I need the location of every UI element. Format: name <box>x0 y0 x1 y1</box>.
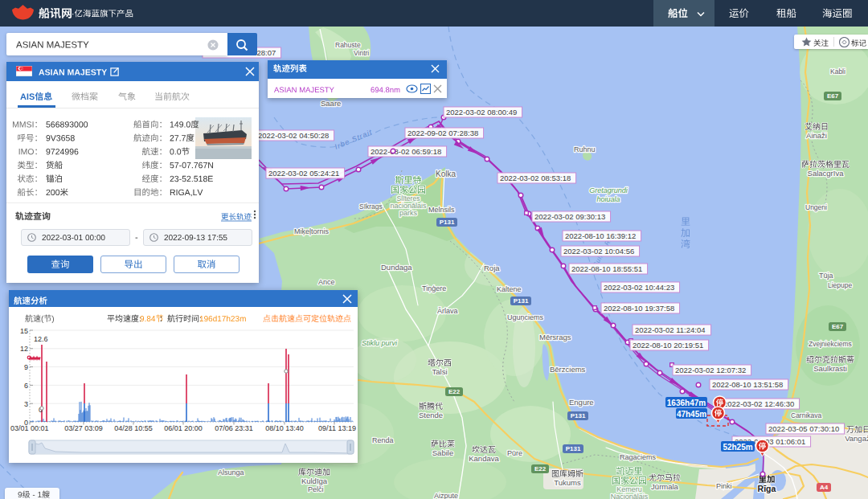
svg-text:Kaltene: Kaltene <box>497 285 522 293</box>
svg-text:Talsi: Talsi <box>432 367 447 376</box>
svg-text:Vangaži: Vangaži <box>845 434 868 443</box>
svg-text:Alsunga: Alsunga <box>218 468 244 477</box>
svg-text:2022-03-02 08:00:49: 2022-03-02 08:00:49 <box>446 108 517 117</box>
svg-text:Renda: Renda <box>372 436 394 444</box>
svg-text:2022-03-02 12:46:30: 2022-03-02 12:46:30 <box>723 399 794 408</box>
svg-text:Miķeļtornis: Miķeļtornis <box>294 227 330 235</box>
svg-text:Ruhnu: Ruhnu <box>574 145 596 153</box>
svg-text:06/01 20:00: 06/01 20:00 <box>164 424 203 432</box>
svg-text:Ungeni: Ungeni <box>805 203 827 211</box>
svg-text:2022-09-02 07:28:38: 2022-09-02 07:28:38 <box>407 129 478 137</box>
svg-text:Tiņģere: Tiņģere <box>422 284 446 292</box>
svg-text:12.6: 12.6 <box>34 335 48 343</box>
svg-text:P131: P131 <box>571 412 586 419</box>
svg-text:hoiuala: hoiuala <box>596 195 620 203</box>
svg-text:Jūrmala: Jūrmala <box>651 482 679 491</box>
svg-text:09/11 13:19: 09/11 13:19 <box>318 424 356 432</box>
svg-text:Dundaga: Dundaga <box>381 263 412 272</box>
svg-text:2022-08-10 18:55:51: 2022-08-10 18:55:51 <box>571 264 642 273</box>
svg-text:Salacgrīva: Salacgrīva <box>808 169 845 178</box>
svg-text:Ragaciems: Ragaciems <box>620 453 657 461</box>
svg-text:2022-03-02 12:07:32: 2022-03-02 12:07:32 <box>675 366 746 374</box>
svg-text:3: 3 <box>24 400 28 408</box>
svg-text:2022-03-02 10:04:56: 2022-03-02 10:04:56 <box>563 247 634 256</box>
svg-text:Mērsrags: Mērsrags <box>539 333 571 342</box>
svg-text:2022-08-10 13:51:58: 2022-08-10 13:51:58 <box>712 380 783 389</box>
svg-text:Ārlava: Ārlava <box>437 307 458 315</box>
svg-text:Saare: Saare <box>321 99 341 108</box>
svg-text:Stiklu purvi: Stiklu purvi <box>362 339 398 347</box>
svg-text:Kuldīga: Kuldīga <box>301 477 328 485</box>
svg-text:2022-08-02 06:59:18: 2022-08-02 06:59:18 <box>371 147 441 156</box>
svg-text:Ainaži: Ainaži <box>806 131 827 140</box>
svg-text:Pinki: Pinki <box>716 482 732 490</box>
svg-text:Nacionālais: Nacionālais <box>611 493 649 499</box>
svg-text:03/01 00:01: 03/01 00:01 <box>10 424 49 432</box>
svg-text:2022-08-10 19:37:58: 2022-08-10 19:37:58 <box>604 304 674 313</box>
svg-text:P131: P131 <box>440 219 455 226</box>
svg-text:Rīga: Rīga <box>758 484 776 493</box>
svg-text:P131: P131 <box>514 297 529 305</box>
svg-text:Kandava: Kandava <box>469 454 499 463</box>
svg-text:6: 6 <box>24 382 28 390</box>
svg-text:Zvejniekciems: Zvejniekciems <box>809 340 852 348</box>
svg-text:Tūja: Tūja <box>819 272 833 280</box>
svg-text:Aizpute: Aizpute <box>434 492 458 499</box>
svg-text:08/10 13:40: 08/10 13:40 <box>265 424 304 432</box>
svg-text:52h25m: 52h25m <box>723 443 752 452</box>
svg-text:47h45m: 47h45m <box>677 410 706 419</box>
svg-text:E22: E22 <box>448 388 461 395</box>
svg-text:Engure: Engure <box>569 398 594 407</box>
svg-text:2022-03-02 04:50:28: 2022-03-02 04:50:28 <box>258 131 329 140</box>
svg-text:12: 12 <box>20 345 28 353</box>
svg-text:A4: A4 <box>820 484 829 491</box>
svg-text:2022-03-02 09:30:13: 2022-03-02 09:30:13 <box>534 212 605 221</box>
svg-text:Bērzciems: Bērzciems <box>550 365 586 374</box>
svg-text:Kolka: Kolka <box>436 170 456 178</box>
svg-text:Melnsils: Melnsils <box>428 206 455 214</box>
svg-text:04/28 10:55: 04/28 10:55 <box>114 424 153 432</box>
svg-text:P131: P131 <box>566 445 581 452</box>
svg-text:2022-08-10 16:39:12: 2022-08-10 16:39:12 <box>565 231 636 240</box>
svg-text:15: 15 <box>20 327 28 335</box>
svg-text:07/06 23:31: 07/06 23:31 <box>215 424 253 432</box>
svg-text:Gretagrundi: Gretagrundi <box>589 186 628 194</box>
svg-text:Rahuste: Rahuste <box>335 41 361 49</box>
svg-text:Vintri: Vintri <box>354 49 369 57</box>
svg-text:Sīkrags: Sīkrags <box>359 202 383 211</box>
svg-text:Pelči: Pelči <box>308 485 324 493</box>
svg-text:2022-03-02 11:24:04: 2022-03-02 11:24:04 <box>635 325 706 334</box>
svg-text:1636h47m: 1636h47m <box>667 399 706 407</box>
svg-text:2022-03-05 07:30:10: 2022-03-05 07:30:10 <box>768 424 839 433</box>
svg-text:E67: E67 <box>827 92 839 100</box>
svg-text:Uguņciems: Uguņciems <box>507 313 544 321</box>
svg-text:Tukums: Tukums <box>554 478 581 487</box>
svg-text:Ance: Ance <box>318 278 335 286</box>
svg-text:2022-08-10 20:19:51: 2022-08-10 20:19:51 <box>633 341 703 350</box>
svg-text:E67: E67 <box>832 323 844 330</box>
svg-text:Carnikava: Carnikava <box>791 411 822 419</box>
svg-text:2022-03-02 05:24:21: 2022-03-02 05:24:21 <box>268 169 339 178</box>
svg-text:Pūre: Pūre <box>507 449 522 457</box>
svg-text:2022-03-02 08:53:18: 2022-03-02 08:53:18 <box>500 174 571 182</box>
svg-text:Stende: Stende <box>419 411 443 419</box>
svg-text:E22: E22 <box>534 465 547 472</box>
svg-text:03/27 03:09: 03/27 03:09 <box>64 424 103 432</box>
svg-text:Liepupe: Liepupe <box>828 281 853 289</box>
svg-text:Roja: Roja <box>484 264 500 272</box>
svg-text:Saulkrasti: Saulkrasti <box>813 364 847 373</box>
svg-text:Kabli: Kabli <box>830 67 845 76</box>
svg-text:parks: parks <box>399 209 418 217</box>
svg-text:9: 9 <box>24 363 28 371</box>
svg-text:Sabile: Sabile <box>432 448 453 457</box>
svg-text:2022-03-02 10:44:23: 2022-03-02 10:44:23 <box>604 283 674 292</box>
